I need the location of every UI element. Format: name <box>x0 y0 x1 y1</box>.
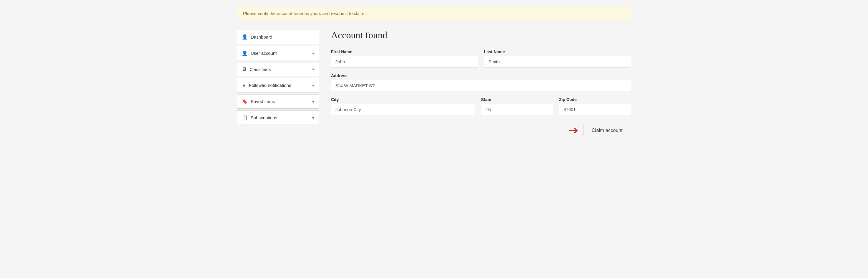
address-group: Address <box>331 73 631 91</box>
section-title: Account found <box>331 30 631 40</box>
sidebar-item-followed-notifications[interactable]: ★ Followed notifications ▾ <box>237 78 319 92</box>
claim-arrow-icon: ➔ <box>568 124 579 136</box>
first-name-label: First Name <box>331 50 478 54</box>
section-title-divider <box>393 35 631 35</box>
dashboard-icon: 👤 <box>242 34 248 40</box>
first-name-input[interactable] <box>331 56 478 67</box>
last-name-input[interactable] <box>484 56 631 67</box>
state-label: State <box>481 97 553 102</box>
sidebar-item-classifieds-label: Classifieds <box>249 67 271 72</box>
sidebar-item-user-account-label: User account <box>251 51 277 56</box>
zip-group: Zip Code <box>559 97 631 115</box>
classifieds-icon: 🖥 <box>242 66 247 72</box>
saved-items-arrow-icon: ▾ <box>312 99 314 104</box>
sidebar-item-saved-items-label: Saved items <box>251 99 275 104</box>
page-wrapper: Please verify the account found is yours… <box>228 0 640 143</box>
section-title-text: Account found <box>331 30 387 40</box>
last-name-label: Last Name <box>484 50 631 54</box>
address-input[interactable] <box>331 80 631 91</box>
state-input[interactable] <box>481 104 553 115</box>
sidebar: 👤 Dashboard 👤 User account ▾ 🖥 Classifie… <box>237 30 319 127</box>
claim-account-button[interactable]: Claim account <box>583 124 631 137</box>
city-label: City <box>331 97 475 102</box>
zip-input[interactable] <box>559 104 631 115</box>
followed-notifications-arrow-icon: ▾ <box>312 83 314 88</box>
sidebar-item-saved-items[interactable]: 🔖 Saved items ▾ <box>237 94 319 109</box>
main-content: Account found First Name Last Name Addre… <box>331 30 631 137</box>
sidebar-item-subscriptions[interactable]: 📋 Subscriptions ▾ <box>237 110 319 125</box>
state-group: State <box>481 97 553 115</box>
last-name-group: Last Name <box>484 50 631 67</box>
sidebar-item-dashboard-label: Dashboard <box>251 34 272 39</box>
city-input[interactable] <box>331 104 475 115</box>
user-account-icon: 👤 <box>242 50 248 56</box>
followed-notifications-icon: ★ <box>242 82 246 88</box>
sidebar-item-user-account[interactable]: 👤 User account ▾ <box>237 46 319 60</box>
button-row: ➔ Claim account <box>331 124 631 137</box>
classifieds-arrow-icon: ▾ <box>312 67 314 72</box>
city-group: City <box>331 97 475 115</box>
name-row: First Name Last Name <box>331 50 631 67</box>
sidebar-item-dashboard[interactable]: 👤 Dashboard <box>237 30 319 44</box>
alert-text: Please verify the account found is yours… <box>243 11 368 16</box>
sidebar-item-classifieds[interactable]: 🖥 Classifieds ▾ <box>237 62 319 76</box>
user-account-arrow-icon: ▾ <box>312 51 314 56</box>
address-label: Address <box>331 73 631 78</box>
subscriptions-arrow-icon: ▾ <box>312 115 314 120</box>
subscriptions-icon: 📋 <box>242 115 248 120</box>
alert-banner: Please verify the account found is yours… <box>237 6 631 21</box>
saved-items-icon: 🔖 <box>242 99 248 104</box>
first-name-group: First Name <box>331 50 478 67</box>
sidebar-item-followed-notifications-label: Followed notifications <box>249 83 291 88</box>
content-layout: 👤 Dashboard 👤 User account ▾ 🖥 Classifie… <box>237 30 631 137</box>
zip-label: Zip Code <box>559 97 631 102</box>
sidebar-item-subscriptions-label: Subscriptions <box>251 115 277 120</box>
city-state-zip-row: City State Zip Code <box>331 97 631 115</box>
address-row: Address <box>331 73 631 91</box>
